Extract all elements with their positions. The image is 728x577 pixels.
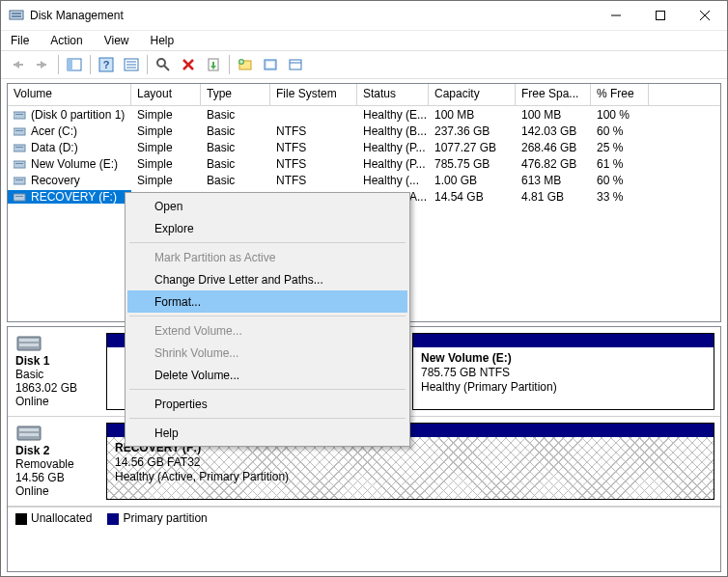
help-button[interactable]: ? bbox=[95, 53, 118, 76]
menu-view[interactable]: View bbox=[100, 33, 133, 48]
volume-row[interactable]: Data (D:)SimpleBasicNTFSHealthy (P...107… bbox=[8, 139, 720, 155]
ctx-properties[interactable]: Properties bbox=[127, 393, 407, 415]
minimize-button[interactable] bbox=[594, 1, 638, 30]
toolbar: ? bbox=[1, 50, 727, 79]
svg-rect-30 bbox=[14, 112, 25, 119]
ctx-separator bbox=[129, 316, 406, 316]
svg-rect-1 bbox=[12, 13, 21, 14]
properties-button[interactable] bbox=[202, 53, 225, 76]
volume-row[interactable]: RecoverySimpleBasicNTFSHealthy (...1.00 … bbox=[8, 172, 720, 188]
context-menu: Open Explore Mark Partition as Active Ch… bbox=[125, 192, 410, 447]
menubar: File Action View Help bbox=[1, 31, 727, 50]
volume-row[interactable]: New Volume (E:)SimpleBasicNTFSHealthy (P… bbox=[8, 155, 720, 172]
svg-rect-31 bbox=[15, 114, 23, 115]
titlebar: Disk Management bbox=[1, 1, 727, 31]
svg-line-18 bbox=[164, 66, 169, 70]
column-type[interactable]: Type bbox=[201, 84, 270, 105]
toolbar-separator bbox=[147, 55, 148, 74]
svg-rect-47 bbox=[19, 433, 39, 436]
window-title: Disk Management bbox=[30, 9, 594, 22]
svg-rect-39 bbox=[15, 179, 23, 180]
menu-file[interactable]: File bbox=[7, 33, 33, 48]
column-layout[interactable]: Layout bbox=[131, 84, 201, 105]
drive-icon bbox=[14, 126, 27, 136]
show-hide-tree-button[interactable] bbox=[63, 53, 86, 76]
toolbar-separator bbox=[90, 55, 91, 74]
ctx-format[interactable]: Format... bbox=[127, 290, 407, 313]
volume-row[interactable]: Acer (C:)SimpleBasicNTFSHealthy (B...237… bbox=[8, 123, 720, 139]
drive-icon bbox=[14, 176, 27, 185]
delete-button[interactable] bbox=[177, 53, 200, 76]
svg-rect-34 bbox=[14, 145, 25, 151]
forward-button[interactable] bbox=[31, 53, 54, 76]
disk-label[interactable]: Disk 1Basic1863.02 GBOnline bbox=[8, 327, 106, 416]
svg-point-17 bbox=[157, 59, 165, 67]
svg-rect-40 bbox=[14, 194, 25, 201]
svg-rect-43 bbox=[19, 339, 39, 342]
ctx-separator bbox=[129, 242, 406, 243]
ctx-separator bbox=[129, 418, 406, 419]
menu-action[interactable]: Action bbox=[46, 33, 86, 48]
legend-unallocated: Unallocated bbox=[15, 511, 92, 525]
svg-rect-4 bbox=[657, 12, 665, 20]
column-capacity[interactable]: Capacity bbox=[429, 84, 516, 105]
disk-icon bbox=[15, 423, 42, 442]
svg-rect-35 bbox=[15, 147, 23, 148]
refresh-button[interactable] bbox=[152, 53, 175, 76]
partition[interactable]: New Volume (E:)785.75 GB NTFSHealthy (Pr… bbox=[412, 333, 714, 410]
attach-vhd-button[interactable] bbox=[259, 53, 282, 76]
ctx-change-letter[interactable]: Change Drive Letter and Paths... bbox=[127, 268, 407, 290]
close-button[interactable] bbox=[683, 1, 727, 30]
volume-list-header: Volume Layout Type File System Status Ca… bbox=[8, 84, 720, 106]
ctx-separator bbox=[129, 389, 406, 390]
volume-row[interactable]: (Disk 0 partition 1)SimpleBasicHealthy (… bbox=[8, 106, 720, 123]
svg-rect-10 bbox=[68, 59, 72, 70]
app-icon bbox=[9, 8, 24, 23]
action-list-button[interactable] bbox=[120, 53, 143, 76]
ctx-help[interactable]: Help bbox=[127, 422, 407, 444]
svg-text:?: ? bbox=[103, 59, 110, 70]
svg-rect-46 bbox=[19, 428, 39, 431]
ctx-open[interactable]: Open bbox=[127, 195, 407, 217]
new-volume-button[interactable] bbox=[234, 53, 257, 76]
column-volume[interactable]: Volume bbox=[8, 84, 131, 105]
svg-rect-37 bbox=[15, 163, 23, 164]
toolbar-separator bbox=[229, 55, 230, 74]
ctx-shrink[interactable]: Shrink Volume... bbox=[127, 342, 407, 364]
column-status[interactable]: Status bbox=[357, 84, 429, 105]
svg-rect-27 bbox=[266, 62, 274, 68]
drive-icon bbox=[14, 159, 27, 169]
svg-rect-32 bbox=[14, 128, 25, 135]
maximize-button[interactable] bbox=[638, 1, 683, 30]
window-controls bbox=[594, 1, 727, 30]
column-fs[interactable]: File System bbox=[270, 84, 357, 105]
column-free[interactable]: Free Spa... bbox=[516, 84, 591, 105]
drive-icon bbox=[14, 192, 27, 202]
svg-rect-38 bbox=[14, 178, 25, 184]
ctx-delete[interactable]: Delete Volume... bbox=[127, 364, 407, 386]
detach-vhd-button[interactable] bbox=[284, 53, 307, 76]
disk-management-window: Disk Management File Action View Help ? bbox=[0, 0, 728, 577]
svg-rect-44 bbox=[19, 343, 39, 346]
legend: Unallocated Primary partition bbox=[8, 507, 720, 529]
ctx-extend[interactable]: Extend Volume... bbox=[127, 319, 407, 342]
disk-label[interactable]: Disk 2Removable14.56 GBOnline bbox=[8, 417, 106, 506]
svg-rect-33 bbox=[15, 130, 23, 131]
menu-help[interactable]: Help bbox=[147, 33, 179, 48]
ctx-mark-active[interactable]: Mark Partition as Active bbox=[127, 246, 407, 268]
disk-icon bbox=[15, 333, 42, 352]
svg-rect-36 bbox=[14, 161, 25, 168]
svg-rect-0 bbox=[10, 11, 23, 19]
drive-icon bbox=[14, 110, 27, 120]
legend-primary: Primary partition bbox=[107, 511, 207, 525]
ctx-explore[interactable]: Explore bbox=[127, 217, 407, 239]
toolbar-separator bbox=[58, 55, 59, 74]
drive-icon bbox=[14, 143, 27, 152]
column-pct[interactable]: % Free bbox=[591, 84, 649, 105]
svg-rect-41 bbox=[15, 196, 23, 197]
svg-rect-2 bbox=[12, 15, 21, 17]
svg-rect-28 bbox=[290, 60, 301, 69]
back-button[interactable] bbox=[6, 53, 29, 76]
